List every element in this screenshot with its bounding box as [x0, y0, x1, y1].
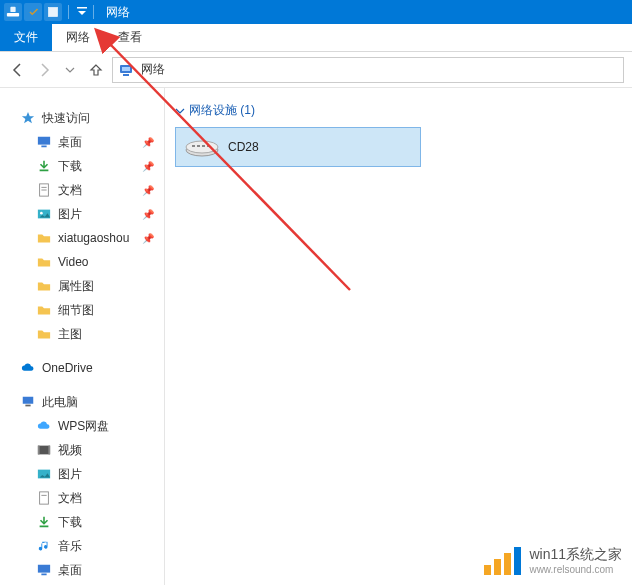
quick-access-toolbar: [4, 3, 98, 21]
back-button[interactable]: [8, 60, 28, 80]
network-icon: [117, 61, 135, 79]
cloud-icon: [20, 360, 36, 376]
app-icon: [4, 3, 22, 21]
music-icon: [36, 538, 52, 554]
chevron-down-icon: [175, 106, 185, 116]
svg-rect-20: [40, 492, 49, 504]
download-icon: [36, 158, 52, 174]
address-text: 网络: [141, 61, 619, 78]
sidebar-item-downloads[interactable]: 下载 📌: [0, 154, 164, 178]
sidebar-item-downloads[interactable]: 下载: [0, 510, 164, 534]
cloud-icon: [36, 418, 52, 434]
sidebar-item-folder[interactable]: 细节图: [0, 298, 164, 322]
network-device-item[interactable]: CD28: [175, 127, 421, 167]
sidebar-item-folder[interactable]: Video: [0, 250, 164, 274]
pin-icon: 📌: [142, 137, 154, 148]
sidebar-item-label: 下载: [58, 514, 82, 531]
ribbon-tabs: 文件 网络 查看: [0, 24, 632, 52]
svg-rect-14: [23, 397, 34, 404]
window-title: 网络: [106, 4, 130, 21]
desktop-icon: [36, 134, 52, 150]
sidebar-item-label: 桌面: [58, 134, 82, 151]
sidebar-item-label: 细节图: [58, 302, 94, 319]
pin-icon: 📌: [142, 233, 154, 244]
svg-rect-15: [25, 405, 30, 407]
titlebar: 网络: [0, 0, 632, 24]
svg-rect-28: [202, 145, 205, 147]
content-area[interactable]: 网络设施 (1) CD28: [165, 88, 632, 585]
navigation-pane[interactable]: 快速访问 桌面 📌 下载 📌 文档 📌 图片 📌 xiatugaoshou 📌: [0, 88, 165, 585]
sidebar-item-this-pc[interactable]: 此电脑: [0, 390, 164, 414]
svg-rect-1: [10, 7, 15, 12]
watermark-logo: [484, 547, 521, 575]
sidebar-item-label: 视频: [58, 442, 82, 459]
pictures-icon: [36, 206, 52, 222]
sidebar-item-label: 文档: [58, 490, 82, 507]
sidebar-item-quick-access[interactable]: 快速访问: [0, 106, 164, 130]
folder-icon: [36, 230, 52, 246]
sidebar-item-label: 快速访问: [42, 110, 90, 127]
sidebar-item-folder[interactable]: xiatugaoshou 📌: [0, 226, 164, 250]
svg-rect-17: [38, 446, 40, 455]
svg-rect-6: [123, 74, 129, 76]
watermark-url: www.relsound.com: [529, 564, 622, 575]
folder-icon: [36, 254, 52, 270]
svg-rect-18: [48, 446, 50, 455]
navigation-bar: 网络: [0, 52, 632, 88]
sidebar-item-desktop[interactable]: 桌面 📌: [0, 130, 164, 154]
svg-rect-29: [207, 145, 210, 147]
sidebar-item-music[interactable]: 音乐: [0, 534, 164, 558]
svg-rect-26: [192, 145, 195, 147]
svg-point-13: [40, 212, 43, 215]
desktop-icon: [36, 562, 52, 578]
svg-rect-27: [197, 145, 200, 147]
sidebar-item-documents[interactable]: 文档 📌: [0, 178, 164, 202]
router-icon: [184, 136, 220, 158]
download-icon: [36, 514, 52, 530]
group-header[interactable]: 网络设施 (1): [175, 102, 622, 119]
sidebar-item-label: OneDrive: [42, 361, 93, 375]
sidebar-item-desktop[interactable]: 桌面: [0, 558, 164, 582]
recent-locations-dropdown[interactable]: [60, 60, 80, 80]
svg-rect-3: [77, 7, 87, 9]
forward-button[interactable]: [34, 60, 54, 80]
sidebar-item-pictures[interactable]: 图片: [0, 462, 164, 486]
sidebar-item-video[interactable]: 视频: [0, 438, 164, 462]
sidebar-item-wps[interactable]: WPS网盘: [0, 414, 164, 438]
sidebar-item-label: 音乐: [58, 538, 82, 555]
sidebar-item-onedrive[interactable]: OneDrive: [0, 356, 164, 380]
sidebar-item-folder[interactable]: 属性图: [0, 274, 164, 298]
svg-rect-23: [41, 574, 46, 576]
sidebar-item-pictures[interactable]: 图片 📌: [0, 202, 164, 226]
sidebar-item-label: 主图: [58, 326, 82, 343]
pc-icon: [20, 394, 36, 410]
sidebar-item-label: WPS网盘: [58, 418, 109, 435]
qat-blank-icon[interactable]: [44, 3, 62, 21]
folder-icon: [36, 326, 52, 342]
group-label: 网络设施 (1): [189, 102, 255, 119]
folder-icon: [36, 278, 52, 294]
svg-rect-2: [49, 8, 58, 17]
svg-rect-8: [41, 146, 46, 148]
watermark-text: win11系统之家: [529, 546, 622, 564]
video-icon: [36, 442, 52, 458]
address-bar[interactable]: 网络: [112, 57, 624, 83]
tab-file[interactable]: 文件: [0, 24, 52, 51]
qat-properties-icon[interactable]: [24, 3, 42, 21]
document-icon: [36, 182, 52, 198]
document-icon: [36, 490, 52, 506]
up-button[interactable]: [86, 60, 106, 80]
svg-rect-7: [38, 137, 50, 145]
sidebar-item-label: Video: [58, 255, 88, 269]
tab-network[interactable]: 网络: [52, 24, 104, 51]
sidebar-item-documents[interactable]: 文档: [0, 486, 164, 510]
sidebar-item-folder[interactable]: 主图: [0, 322, 164, 346]
qat-customize-dropdown[interactable]: [77, 7, 87, 17]
sidebar-item-label: 图片: [58, 206, 82, 223]
sidebar-item-label: 图片: [58, 466, 82, 483]
sidebar-item-label: xiatugaoshou: [58, 231, 129, 245]
qat-separator: [93, 5, 94, 19]
svg-rect-16: [38, 446, 50, 455]
tab-view[interactable]: 查看: [104, 24, 156, 51]
pictures-icon: [36, 466, 52, 482]
